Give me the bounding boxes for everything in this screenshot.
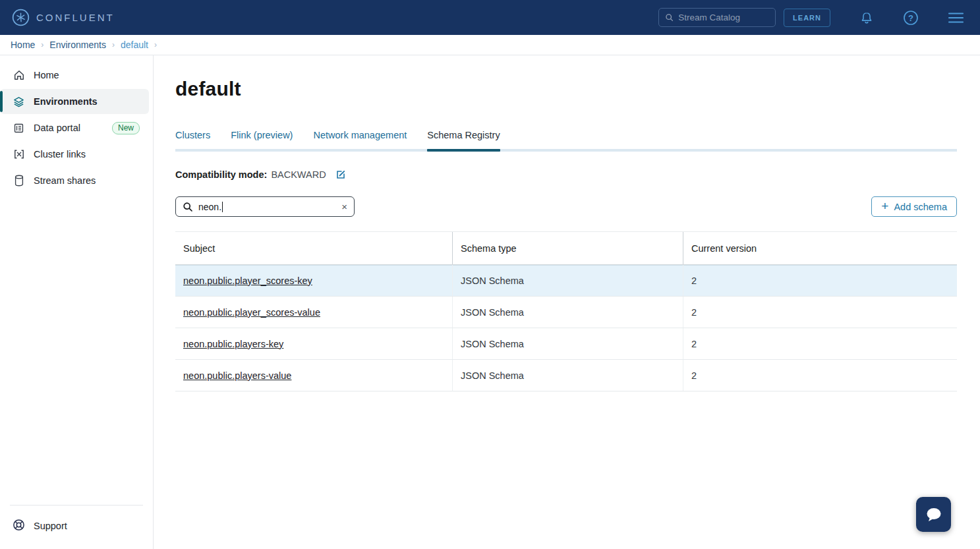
- table-header-row: Subject Schema type Current version: [175, 232, 957, 265]
- layers-icon: [13, 96, 25, 108]
- sidebar-divider: [10, 505, 143, 506]
- sidebar-item-label: Stream shares: [34, 175, 96, 186]
- schemas-table: Subject Schema type Current version neon…: [175, 231, 957, 391]
- schema-search-input[interactable]: neon. ×: [175, 196, 355, 217]
- learn-button[interactable]: LEARN: [784, 9, 830, 27]
- sidebar-item-label: Home: [34, 70, 59, 80]
- main-content: default Clusters Flink (preview) Network…: [154, 55, 980, 549]
- column-header-subject: Subject: [175, 232, 453, 264]
- cluster-links-icon: [13, 149, 25, 159]
- breadcrumb-home[interactable]: Home: [11, 40, 35, 50]
- tab-bar: Clusters Flink (preview) Network managem…: [175, 130, 957, 152]
- chat-bubble-icon: [925, 506, 943, 523]
- page-title: default: [175, 78, 957, 100]
- tab-schema-registry[interactable]: Schema Registry: [427, 130, 500, 149]
- table-row[interactable]: neon.public.players-value JSON Schema 2: [175, 360, 957, 391]
- database-icon: [13, 175, 25, 187]
- breadcrumb: Home › Environments › default ›: [0, 35, 980, 55]
- breadcrumb-environments[interactable]: Environments: [49, 40, 106, 50]
- sidebar: Home Environments: [0, 55, 154, 549]
- breadcrumb-default[interactable]: default: [121, 40, 148, 50]
- sidebar-item-home[interactable]: Home: [0, 63, 149, 88]
- plus-icon: +: [881, 199, 888, 214]
- confluent-logo-icon: [12, 9, 30, 26]
- chevron-right-icon: ›: [112, 40, 115, 49]
- confluent-logo[interactable]: CONFLUENT: [12, 9, 115, 26]
- subject-link[interactable]: neon.public.players-key: [183, 339, 283, 349]
- compatibility-mode-value: BACKWARD: [271, 169, 326, 180]
- schema-search-value: neon.: [198, 202, 223, 212]
- compatibility-mode-row: Compatibility mode: BACKWARD: [175, 169, 957, 180]
- home-icon: [13, 69, 25, 81]
- current-version-cell: 2: [683, 328, 957, 359]
- sidebar-spacer: [0, 194, 153, 505]
- current-version-cell: 2: [683, 265, 957, 296]
- text-caret: [222, 202, 223, 212]
- add-schema-label: Add schema: [894, 202, 947, 212]
- schema-type-cell: JSON Schema: [453, 265, 683, 296]
- search-icon: [183, 202, 193, 212]
- chevron-right-icon: ›: [41, 40, 43, 49]
- top-navbar: CONFLUENT LEARN ?: [0, 0, 980, 35]
- schema-type-cell: JSON Schema: [453, 328, 683, 359]
- chat-widget-button[interactable]: [916, 497, 951, 532]
- subject-link[interactable]: neon.public.player_scores-value: [183, 307, 320, 318]
- table-row[interactable]: neon.public.player_scores-key JSON Schem…: [175, 265, 957, 297]
- navbar-right: LEARN ?: [658, 8, 964, 27]
- compatibility-mode-label: Compatibility mode:: [175, 169, 267, 180]
- support-lifering-icon: [13, 519, 25, 533]
- document-icon: [13, 123, 25, 134]
- sidebar-item-support[interactable]: Support: [0, 513, 153, 549]
- sidebar-item-data-portal[interactable]: Data portal New: [0, 115, 149, 140]
- current-version-cell: 2: [683, 360, 957, 391]
- search-icon: [665, 13, 674, 22]
- column-header-current-version: Current version: [683, 232, 957, 264]
- stream-catalog-input[interactable]: [678, 13, 769, 22]
- support-label: Support: [34, 521, 67, 531]
- notifications-bell-icon[interactable]: [859, 10, 874, 26]
- schema-type-cell: JSON Schema: [453, 360, 683, 391]
- column-header-schema-type: Schema type: [453, 232, 683, 264]
- sidebar-item-stream-shares[interactable]: Stream shares: [0, 168, 149, 193]
- table-row[interactable]: neon.public.player_scores-value JSON Sch…: [175, 297, 957, 328]
- add-schema-button[interactable]: + Add schema: [871, 196, 957, 217]
- sidebar-item-label: Cluster links: [34, 149, 86, 159]
- sidebar-item-label: Environments: [34, 96, 98, 107]
- clear-search-icon[interactable]: ×: [341, 202, 347, 212]
- subject-link[interactable]: neon.public.player_scores-key: [183, 275, 312, 286]
- sidebar-item-cluster-links[interactable]: Cluster links: [0, 142, 149, 167]
- table-controls: neon. × + Add schema: [175, 196, 957, 217]
- tab-clusters[interactable]: Clusters: [175, 130, 210, 149]
- schema-type-cell: JSON Schema: [453, 297, 683, 328]
- brand-text: CONFLUENT: [36, 12, 115, 23]
- help-icon[interactable]: ?: [903, 10, 919, 26]
- stream-catalog-search[interactable]: [658, 8, 776, 27]
- new-badge: New: [112, 122, 140, 134]
- hamburger-menu-icon[interactable]: [948, 11, 964, 24]
- edit-icon[interactable]: [335, 169, 346, 180]
- sidebar-item-label: Data portal: [34, 123, 80, 133]
- table-row[interactable]: neon.public.players-key JSON Schema 2: [175, 328, 957, 360]
- tab-network-management[interactable]: Network management: [313, 130, 407, 149]
- svg-text:?: ?: [908, 13, 913, 22]
- current-version-cell: 2: [683, 297, 957, 328]
- subject-link[interactable]: neon.public.players-value: [183, 370, 291, 381]
- chevron-right-icon: ›: [154, 40, 157, 49]
- sidebar-item-environments[interactable]: Environments: [0, 89, 149, 114]
- tab-flink-preview[interactable]: Flink (preview): [231, 130, 293, 149]
